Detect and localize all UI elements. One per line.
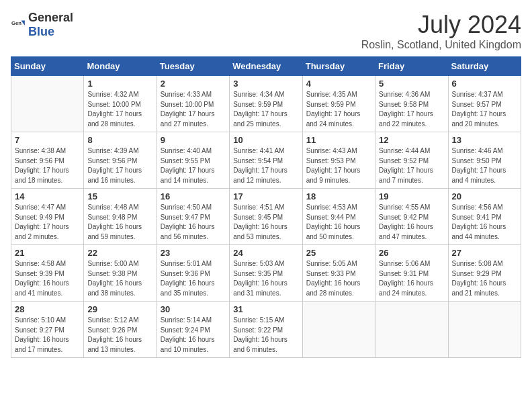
- day-number: 6: [452, 79, 517, 89]
- day-number: 21: [15, 248, 80, 258]
- calendar-day-cell: 3Sunrise: 4:34 AM Sunset: 9:59 PM Daylig…: [230, 76, 302, 132]
- day-of-week-header: Tuesday: [157, 57, 229, 76]
- day-number: 18: [306, 191, 371, 201]
- day-number: 11: [306, 135, 371, 145]
- day-number: 23: [161, 248, 226, 258]
- day-number: 26: [379, 248, 444, 258]
- calendar-day-cell: 27Sunrise: 5:08 AM Sunset: 9:29 PM Dayli…: [448, 245, 521, 302]
- calendar-day-cell: 11Sunrise: 4:43 AM Sunset: 9:53 PM Dayli…: [302, 132, 375, 189]
- day-number: 24: [233, 248, 298, 258]
- day-info: Sunrise: 5:00 AM Sunset: 9:38 PM Dayligh…: [87, 259, 152, 298]
- calendar-day-cell: 15Sunrise: 4:48 AM Sunset: 9:48 PM Dayli…: [84, 189, 157, 245]
- day-of-week-header: Wednesday: [230, 57, 302, 76]
- logo-blue: Blue: [28, 25, 54, 38]
- day-info: Sunrise: 5:03 AM Sunset: 9:35 PM Dayligh…: [233, 259, 298, 298]
- calendar-day-cell: 26Sunrise: 5:06 AM Sunset: 9:31 PM Dayli…: [375, 245, 448, 302]
- day-info: Sunrise: 4:32 AM Sunset: 10:00 PM Daylig…: [87, 90, 152, 129]
- calendar-week-row: 28Sunrise: 5:10 AM Sunset: 9:27 PM Dayli…: [11, 302, 521, 358]
- title-block: July 2024 Roslin, Scotland, United Kingd…: [361, 11, 521, 51]
- calendar-day-cell: 1Sunrise: 4:32 AM Sunset: 10:00 PM Dayli…: [84, 76, 157, 132]
- day-of-week-header: Friday: [375, 57, 448, 76]
- month-title: July 2024: [361, 11, 521, 39]
- calendar-week-row: 14Sunrise: 4:47 AM Sunset: 9:49 PM Dayli…: [11, 189, 521, 245]
- day-info: Sunrise: 4:55 AM Sunset: 9:42 PM Dayligh…: [379, 203, 444, 242]
- day-number: 30: [161, 304, 226, 314]
- day-of-week-header: Sunday: [11, 57, 84, 76]
- day-number: 25: [306, 248, 371, 258]
- day-number: 12: [379, 135, 444, 145]
- logo-icon: Gen: [11, 17, 26, 32]
- day-number: 7: [15, 135, 80, 145]
- calendar-week-row: 1Sunrise: 4:32 AM Sunset: 10:00 PM Dayli…: [11, 76, 521, 132]
- logo-text: General Blue: [28, 11, 73, 39]
- calendar-day-cell: 10Sunrise: 4:41 AM Sunset: 9:54 PM Dayli…: [230, 132, 302, 189]
- day-info: Sunrise: 4:51 AM Sunset: 9:45 PM Dayligh…: [233, 203, 298, 242]
- day-number: 15: [87, 191, 152, 201]
- calendar-body: 1Sunrise: 4:32 AM Sunset: 10:00 PM Dayli…: [11, 76, 521, 358]
- day-info: Sunrise: 4:37 AM Sunset: 9:57 PM Dayligh…: [452, 90, 517, 129]
- day-info: Sunrise: 5:10 AM Sunset: 9:27 PM Dayligh…: [15, 316, 80, 355]
- calendar-day-cell: 14Sunrise: 4:47 AM Sunset: 9:49 PM Dayli…: [11, 189, 84, 245]
- day-info: Sunrise: 5:06 AM Sunset: 9:31 PM Dayligh…: [379, 259, 444, 298]
- day-info: Sunrise: 4:44 AM Sunset: 9:52 PM Dayligh…: [379, 146, 444, 185]
- calendar-day-cell: [448, 302, 521, 358]
- day-info: Sunrise: 4:36 AM Sunset: 9:58 PM Dayligh…: [379, 90, 444, 129]
- day-info: Sunrise: 4:47 AM Sunset: 9:49 PM Dayligh…: [15, 203, 80, 242]
- day-info: Sunrise: 4:53 AM Sunset: 9:44 PM Dayligh…: [306, 203, 371, 242]
- day-of-week-header: Saturday: [448, 57, 521, 76]
- calendar-day-cell: 29Sunrise: 5:12 AM Sunset: 9:26 PM Dayli…: [84, 302, 157, 358]
- day-info: Sunrise: 4:38 AM Sunset: 9:56 PM Dayligh…: [15, 146, 80, 185]
- calendar-day-cell: 24Sunrise: 5:03 AM Sunset: 9:35 PM Dayli…: [230, 245, 302, 302]
- calendar-week-row: 7Sunrise: 4:38 AM Sunset: 9:56 PM Daylig…: [11, 132, 521, 189]
- calendar-day-cell: [11, 76, 84, 132]
- calendar-day-cell: 6Sunrise: 4:37 AM Sunset: 9:57 PM Daylig…: [448, 76, 521, 132]
- calendar-day-cell: 22Sunrise: 5:00 AM Sunset: 9:38 PM Dayli…: [84, 245, 157, 302]
- day-number: 1: [87, 79, 152, 89]
- day-number: 8: [87, 135, 152, 145]
- day-info: Sunrise: 4:58 AM Sunset: 9:39 PM Dayligh…: [15, 259, 80, 298]
- day-info: Sunrise: 4:43 AM Sunset: 9:53 PM Dayligh…: [306, 146, 371, 185]
- calendar-day-cell: [302, 302, 375, 358]
- calendar-day-cell: 21Sunrise: 4:58 AM Sunset: 9:39 PM Dayli…: [11, 245, 84, 302]
- day-info: Sunrise: 5:15 AM Sunset: 9:22 PM Dayligh…: [233, 316, 298, 355]
- day-number: 2: [161, 79, 226, 89]
- day-number: 13: [452, 135, 517, 145]
- calendar-day-cell: 25Sunrise: 5:05 AM Sunset: 9:33 PM Dayli…: [302, 245, 375, 302]
- calendar-day-cell: 2Sunrise: 4:33 AM Sunset: 10:00 PM Dayli…: [157, 76, 229, 132]
- day-number: 31: [233, 304, 298, 314]
- calendar-day-cell: 30Sunrise: 5:14 AM Sunset: 9:24 PM Dayli…: [157, 302, 229, 358]
- logo-general: General: [28, 11, 73, 24]
- day-number: 5: [379, 79, 444, 89]
- day-number: 10: [233, 135, 298, 145]
- day-number: 9: [161, 135, 226, 145]
- calendar-day-cell: 13Sunrise: 4:46 AM Sunset: 9:50 PM Dayli…: [448, 132, 521, 189]
- calendar-table: SundayMondayTuesdayWednesdayThursdayFrid…: [11, 56, 521, 358]
- day-info: Sunrise: 4:33 AM Sunset: 10:00 PM Daylig…: [161, 90, 226, 129]
- calendar-day-cell: 4Sunrise: 4:35 AM Sunset: 9:59 PM Daylig…: [302, 76, 375, 132]
- logo: Gen General Blue: [11, 11, 73, 39]
- calendar-day-cell: 16Sunrise: 4:50 AM Sunset: 9:47 PM Dayli…: [157, 189, 229, 245]
- day-info: Sunrise: 4:48 AM Sunset: 9:48 PM Dayligh…: [87, 203, 152, 242]
- day-of-week-header: Thursday: [302, 57, 375, 76]
- day-number: 29: [87, 304, 152, 314]
- calendar-week-row: 21Sunrise: 4:58 AM Sunset: 9:39 PM Dayli…: [11, 245, 521, 302]
- day-info: Sunrise: 5:14 AM Sunset: 9:24 PM Dayligh…: [161, 316, 226, 355]
- calendar-day-cell: 23Sunrise: 5:01 AM Sunset: 9:36 PM Dayli…: [157, 245, 229, 302]
- day-info: Sunrise: 5:12 AM Sunset: 9:26 PM Dayligh…: [87, 316, 152, 355]
- calendar-day-cell: 8Sunrise: 4:39 AM Sunset: 9:56 PM Daylig…: [84, 132, 157, 189]
- day-of-week-header: Monday: [84, 57, 157, 76]
- day-number: 20: [452, 191, 517, 201]
- day-info: Sunrise: 4:50 AM Sunset: 9:47 PM Dayligh…: [161, 203, 226, 242]
- day-number: 16: [161, 191, 226, 201]
- calendar-day-cell: 5Sunrise: 4:36 AM Sunset: 9:58 PM Daylig…: [375, 76, 448, 132]
- day-number: 27: [452, 248, 517, 258]
- page-header: Gen General Blue July 2024 Roslin, Scotl…: [11, 11, 521, 51]
- svg-text:Gen: Gen: [11, 20, 21, 26]
- day-info: Sunrise: 5:08 AM Sunset: 9:29 PM Dayligh…: [452, 259, 517, 298]
- day-info: Sunrise: 4:46 AM Sunset: 9:50 PM Dayligh…: [452, 146, 517, 185]
- day-number: 4: [306, 79, 371, 89]
- day-info: Sunrise: 4:56 AM Sunset: 9:41 PM Dayligh…: [452, 203, 517, 242]
- calendar-day-cell: [375, 302, 448, 358]
- day-info: Sunrise: 5:01 AM Sunset: 9:36 PM Dayligh…: [161, 259, 226, 298]
- day-number: 19: [379, 191, 444, 201]
